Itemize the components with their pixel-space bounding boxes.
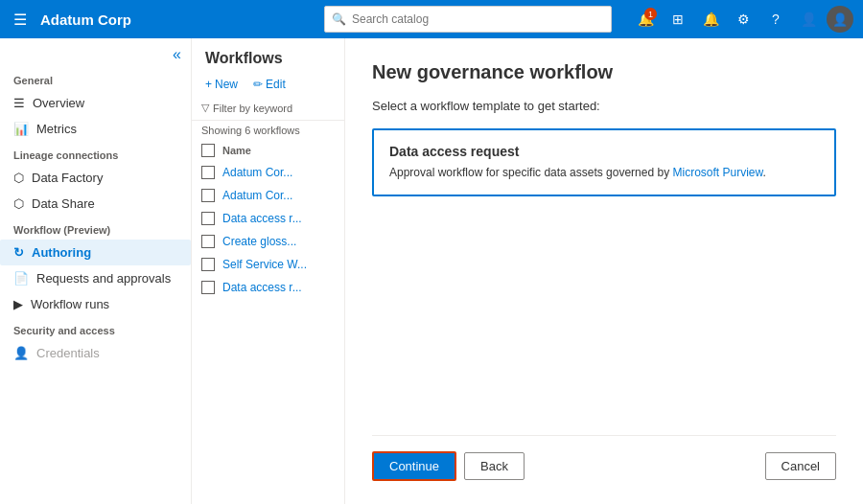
row-checkbox-5[interactable] — [201, 281, 215, 294]
table-row[interactable]: Data access r... — [192, 276, 344, 299]
edit-icon: ✏ — [253, 78, 263, 91]
content-area: Workflows + New ✏ Edit ▽ Filter by keywo… — [192, 38, 863, 504]
sidebar-item-authoring-label: Authoring — [32, 245, 91, 260]
edit-label: Edit — [266, 78, 286, 91]
workflow-name-4: Self Service W... — [222, 258, 307, 271]
settings-icon: ⚙ — [737, 11, 750, 27]
app-switcher-button[interactable]: ⊞ — [664, 5, 692, 34]
name-column-header: Name — [222, 145, 251, 156]
purview-link[interactable]: Microsoft Purview — [672, 166, 762, 179]
sidebar-security-label: Security and access — [0, 317, 191, 340]
template-card-title: Data access request — [389, 144, 819, 159]
sidebar-collapse-button[interactable]: « — [0, 38, 191, 67]
workflow-runs-icon: ▶ — [13, 297, 23, 311]
app-switcher-icon: ⊞ — [672, 11, 684, 27]
sidebar-item-requests-label: Requests and approvals — [36, 271, 171, 286]
requests-icon: 📄 — [13, 271, 29, 286]
credentials-icon: 👤 — [13, 346, 29, 360]
top-nav: ☰ Adatum Corp 🔍 🔔 1 ⊞ 🔔 ⚙ ? 👤 👤 — [0, 0, 863, 38]
help-button[interactable]: ? — [761, 5, 790, 34]
workflow-list-header: Name — [192, 140, 344, 161]
sidebar-item-data-factory-label: Data Factory — [32, 171, 103, 185]
dialog-subtitle: Select a workflow template to get starte… — [372, 99, 836, 113]
row-checkbox-4[interactable] — [201, 258, 215, 271]
table-row[interactable]: Adatum Cor... — [192, 161, 344, 184]
sidebar-item-data-factory[interactable]: ⬡ Data Factory — [0, 165, 191, 191]
new-workflow-button[interactable]: + New — [201, 75, 242, 94]
notification-badge: 1 — [644, 8, 657, 20]
hamburger-icon[interactable]: ☰ — [10, 7, 31, 33]
authoring-icon: ↻ — [13, 245, 24, 260]
data-share-icon: ⬡ — [13, 196, 24, 211]
data-factory-icon: ⬡ — [13, 171, 24, 185]
avatar-icon: 👤 — [832, 12, 848, 27]
template-card[interactable]: Data access request Approval workflow fo… — [372, 128, 836, 196]
search-input[interactable] — [324, 6, 612, 33]
dialog-title: New governance workflow — [372, 61, 836, 83]
sidebar-item-requests-approvals[interactable]: 📄 Requests and approvals — [0, 265, 191, 291]
main-layout: « General ☰ Overview 📊 Metrics Lineage c… — [0, 38, 863, 504]
filter-label: Filter by keyword — [213, 103, 292, 114]
alert-icon: 🔔 — [703, 11, 719, 27]
search-icon: 🔍 — [332, 12, 346, 26]
sidebar-lineage-label: Lineage connections — [0, 142, 191, 165]
sidebar-item-data-share-label: Data Share — [32, 196, 95, 211]
sidebar-item-metrics[interactable]: 📊 Metrics — [0, 116, 191, 142]
feedback-button[interactable]: 👤 — [794, 5, 823, 34]
sidebar: « General ☰ Overview 📊 Metrics Lineage c… — [0, 38, 192, 504]
template-desc-text: Approval workflow for specific data asse… — [389, 166, 672, 179]
workflow-list: Name Adatum Cor... Adatum Cor... Data ac… — [192, 140, 344, 504]
avatar[interactable]: 👤 — [827, 6, 853, 33]
workflows-panel: Workflows + New ✏ Edit ▽ Filter by keywo… — [192, 38, 345, 504]
plus-icon: + — [205, 78, 212, 91]
table-row[interactable]: Create gloss... — [192, 230, 344, 253]
workflow-name-3: Create gloss... — [222, 235, 296, 248]
sidebar-item-credentials: 👤 Credentials — [0, 340, 191, 366]
back-button[interactable]: Back — [464, 452, 525, 480]
workflows-title: Workflows — [192, 38, 344, 75]
nav-icons: 🔔 1 ⊞ 🔔 ⚙ ? 👤 👤 — [631, 5, 853, 34]
row-checkbox-1[interactable] — [201, 189, 215, 202]
sidebar-item-overview[interactable]: ☰ Overview — [0, 90, 191, 116]
sidebar-item-workflow-runs-label: Workflow runs — [31, 297, 109, 311]
sidebar-general-label: General — [0, 67, 191, 90]
edit-workflow-button[interactable]: ✏ Edit — [249, 75, 290, 94]
template-card-description: Approval workflow for specific data asse… — [389, 165, 819, 181]
continue-button[interactable]: Continue — [372, 451, 456, 481]
workflow-name-1: Adatum Cor... — [222, 189, 292, 202]
workflow-name-0: Adatum Cor... — [222, 166, 292, 179]
row-checkbox-3[interactable] — [201, 235, 215, 248]
dialog-actions: Continue Back Cancel — [372, 435, 836, 481]
dialog-panel: New governance workflow Select a workflo… — [345, 38, 863, 504]
help-icon: ? — [772, 11, 780, 27]
notifications-button[interactable]: 🔔 1 — [631, 5, 660, 34]
sidebar-item-data-share[interactable]: ⬡ Data Share — [0, 191, 191, 217]
new-label: New — [215, 78, 238, 91]
row-checkbox-0[interactable] — [201, 166, 215, 179]
sidebar-item-credentials-label: Credentials — [36, 346, 100, 360]
row-checkbox-2[interactable] — [201, 212, 215, 225]
feedback-icon: 👤 — [801, 11, 817, 27]
select-all-checkbox[interactable] — [201, 144, 215, 157]
filter-bar: ▽ Filter by keyword — [192, 102, 344, 121]
sidebar-item-metrics-label: Metrics — [36, 122, 77, 136]
template-desc-end: . — [763, 166, 766, 179]
alert-button[interactable]: 🔔 — [696, 5, 725, 34]
table-row[interactable]: Data access r... — [192, 207, 344, 230]
overview-icon: ☰ — [13, 96, 25, 110]
metrics-icon: 📊 — [13, 122, 29, 136]
sidebar-item-authoring[interactable]: ↻ Authoring — [0, 240, 191, 265]
workflow-name-2: Data access r... — [222, 212, 302, 225]
sidebar-workflow-label: Workflow (Preview) — [0, 217, 191, 240]
sidebar-item-overview-label: Overview — [33, 96, 84, 110]
workflows-toolbar: + New ✏ Edit — [192, 75, 344, 102]
settings-button[interactable]: ⚙ — [729, 5, 758, 34]
search-bar: 🔍 — [324, 6, 612, 33]
cancel-button[interactable]: Cancel — [765, 452, 836, 480]
workflow-name-5: Data access r... — [222, 281, 302, 294]
app-title: Adatum Corp — [40, 11, 131, 28]
sidebar-item-workflow-runs[interactable]: ▶ Workflow runs — [0, 291, 191, 317]
table-row[interactable]: Self Service W... — [192, 253, 344, 276]
filter-icon: ▽ — [201, 102, 209, 114]
table-row[interactable]: Adatum Cor... — [192, 184, 344, 207]
